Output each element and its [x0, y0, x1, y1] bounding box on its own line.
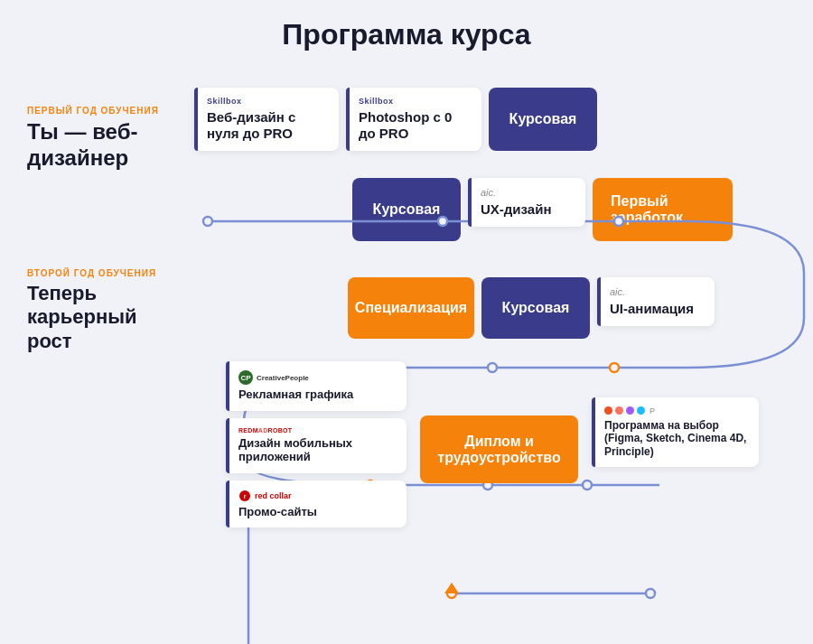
card-title: Дизайн мобильных приложений: [238, 436, 396, 464]
year1-section: ПЕРВЫЙ ГОД ОБУЧЕНИЯ Ты — веб-дизайнер Sk…: [27, 79, 786, 151]
cp-icon: CP: [238, 370, 253, 385]
card-bar: [194, 88, 198, 151]
svg-marker-15: [444, 583, 459, 593]
card-brand: aic.: [610, 286, 704, 297]
card-title: Программа на выбор (Figma, Sketch, Cinem…: [604, 419, 748, 458]
svg-point-1: [203, 217, 212, 226]
card-first-earn: Первый заработок: [593, 178, 733, 241]
row4: CP CreativePeople Рекламная графика REDM…: [226, 361, 786, 527]
year1-label: ПЕРВЫЙ ГОД ОБУЧЕНИЯ: [27, 106, 185, 116]
card-coursework-1: Курсовая: [489, 88, 597, 151]
card-title: Рекламная графика: [238, 387, 396, 402]
card-bar: [597, 277, 601, 326]
page: Программа курса: [0, 0, 813, 644]
row4-left-cards: CP CreativePeople Рекламная графика REDM…: [226, 361, 406, 527]
year2-label: ВТОРОЙ ГОД ОБУЧЕНИЯ: [27, 268, 185, 278]
row1-cards: Skillbox Веб-дизайн с нуля до PRO Skillb…: [194, 79, 786, 151]
year2-section: ВТОРОЙ ГОД ОБУЧЕНИЯ Теперькарьерный рост…: [27, 268, 786, 527]
principle-label: P: [649, 406, 655, 415]
card-adv-graphics: CP CreativePeople Рекламная графика: [226, 361, 406, 411]
row4-center: Диплом и трудоустройство: [420, 415, 578, 483]
card-bar: [226, 481, 229, 528]
card-ui-anim: aic. UI-анимация: [597, 277, 715, 326]
row4-right: P Программа на выбор (Figma, Sketch, Cin…: [592, 397, 759, 467]
year1-labels: ПЕРВЫЙ ГОД ОБУЧЕНИЯ Ты — веб-дизайнер: [27, 106, 185, 186]
card-choice-program: P Программа на выбор (Figma, Sketch, Cin…: [592, 397, 759, 467]
card-coursework-2: Курсовая: [352, 178, 461, 241]
card-title: UI-анимация: [610, 301, 704, 317]
row2-cards: Курсовая aic. UX-дизайн Первый заработок: [352, 178, 786, 241]
card-webdesign: Skillbox Веб-дизайн с нуля до PRO: [194, 88, 339, 151]
card-bar: [226, 361, 229, 411]
card-brand: aic.: [481, 187, 575, 198]
card-coursework-3: Курсовая: [481, 277, 590, 339]
card-bar: [592, 397, 595, 467]
brand-logo-cp: CP CreativePeople: [238, 370, 396, 385]
card-bar: [346, 88, 350, 151]
red-collar-icon: r: [238, 490, 251, 502]
card-title: Photoshop с 0 до PRO: [359, 109, 471, 142]
svg-text:r: r: [244, 493, 247, 499]
figma-icons: P: [604, 406, 748, 415]
svg-point-16: [646, 589, 655, 598]
card-brand: Skillbox: [207, 97, 328, 106]
card-promo-sites: r red collar Промо-сайты: [226, 481, 406, 528]
full-layout: ПЕРВЫЙ ГОД ОБУЧЕНИЯ Ты — веб-дизайнер Sk…: [27, 79, 786, 527]
brand-logo-rc: r red collar: [238, 490, 396, 502]
figma-icon-3: [626, 406, 634, 415]
card-bar: [468, 178, 472, 227]
page-title: Программа курса: [27, 18, 786, 51]
brand-logo-rmr: REDMADROBOT: [238, 427, 396, 434]
figma-icon-2: [615, 406, 623, 415]
card-title: UX-дизайн: [481, 201, 575, 218]
year1-title: Ты — веб-дизайнер: [27, 119, 185, 172]
row3-cards: Специализация Курсовая aic. UI-анимация: [348, 268, 786, 339]
figma-icon-4: [637, 406, 645, 415]
card-mobile-design: REDMADROBOT Дизайн мобильных приложений: [226, 418, 406, 473]
year2-title: Теперькарьерный рост: [27, 282, 185, 353]
card-brand: Skillbox: [359, 97, 471, 106]
card-specialization: Специализация: [348, 277, 474, 339]
card-photoshop: Skillbox Photoshop с 0 до PRO: [346, 88, 481, 151]
card-ux: aic. UX-дизайн: [468, 178, 585, 227]
card-bar: [226, 418, 229, 473]
year2-labels: ВТОРОЙ ГОД ОБУЧЕНИЯ Теперькарьерный рост: [27, 268, 185, 368]
card-title: Веб-дизайн с нуля до PRO: [207, 109, 328, 142]
card-diploma: Диплом и трудоустройство: [420, 415, 578, 483]
svg-point-14: [447, 589, 456, 598]
card-title: Промо-сайты: [238, 505, 396, 519]
figma-icon-1: [604, 406, 612, 415]
